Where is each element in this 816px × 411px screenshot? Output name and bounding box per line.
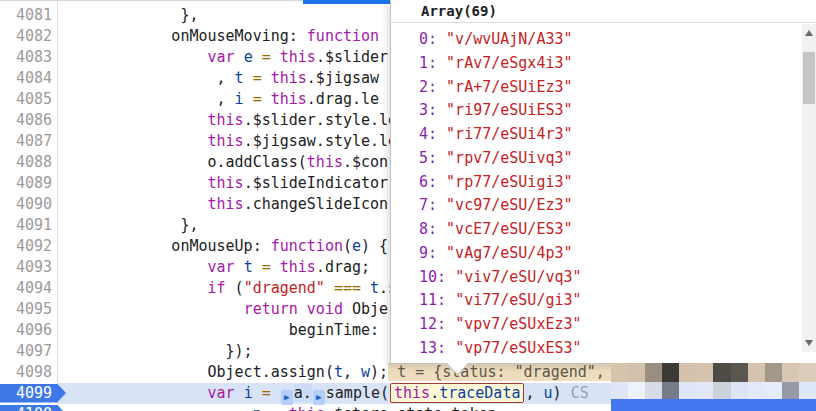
code-line[interactable]: return void Obje xyxy=(0,299,388,320)
line-number[interactable]: 4092 xyxy=(2,236,52,257)
line-number[interactable]: 4086 xyxy=(2,110,52,131)
array-value: "vc97/eSU/Ez3" xyxy=(446,196,572,214)
code-token: === xyxy=(325,279,370,297)
code-line[interactable]: o.addClass(this.$con xyxy=(0,152,388,173)
array-item: 12: "vpv7/eSUxEz3" xyxy=(419,312,582,336)
array-value: "vAg7/eSU/4p3" xyxy=(446,244,572,262)
code-line[interactable]: , n = this.$store.state.token xyxy=(0,404,497,411)
code-token: this xyxy=(208,195,244,213)
code-token: this xyxy=(289,405,325,411)
line-number[interactable]: 4084 xyxy=(2,68,52,89)
mosaic-block xyxy=(645,363,662,382)
code-token: Object.assign( xyxy=(63,363,334,381)
code-token: onMouseUp: xyxy=(63,237,271,255)
line-number[interactable]: 4083 xyxy=(2,47,52,68)
code-token xyxy=(63,195,208,213)
mosaic-block xyxy=(628,382,645,399)
mosaic-block xyxy=(611,363,628,382)
line-number[interactable]: 4090 xyxy=(2,194,52,215)
array-value: "v/wvUAjN/A33" xyxy=(446,30,572,48)
inline-breakpoint-marker[interactable]: ▶ xyxy=(313,390,325,405)
code-token xyxy=(63,111,208,129)
code-line[interactable]: var e = this.$slider xyxy=(0,47,388,68)
line-number[interactable]: 4082 xyxy=(2,26,52,47)
code-token: ) { xyxy=(361,237,388,255)
code-token xyxy=(63,174,208,192)
breakpoint-line-number[interactable]: 4100 xyxy=(0,405,66,411)
code-token: this xyxy=(280,48,316,66)
mosaic-block xyxy=(679,382,696,399)
line-number[interactable]: 4091 xyxy=(2,215,52,236)
mosaic-block xyxy=(782,363,799,382)
line-number[interactable]: 4088 xyxy=(2,152,52,173)
code-token: t xyxy=(334,363,343,381)
line-number[interactable]: 4093 xyxy=(2,257,52,278)
array-value: "rA+7/eSUiEz3" xyxy=(446,78,572,96)
code-line[interactable]: this.$jigsaw.style.le xyxy=(0,131,397,152)
code-token: if xyxy=(208,279,226,297)
code-token: var xyxy=(208,384,235,402)
code-token: = xyxy=(253,384,280,402)
code-token: ( xyxy=(226,279,244,297)
code-line[interactable]: this.$slideIndicator xyxy=(0,173,388,194)
array-index: 0: xyxy=(419,30,446,48)
line-number[interactable]: 4081 xyxy=(2,5,52,26)
code-token: .$slideIndicator xyxy=(244,174,389,192)
mosaic-block xyxy=(713,382,730,399)
code-line[interactable]: onMouseUp: function(e) { xyxy=(0,236,388,257)
line-gutter[interactable]: 4081408240834084408540864087408840894090… xyxy=(0,0,58,411)
code-token: ); xyxy=(370,363,388,381)
code-token: this xyxy=(208,132,244,150)
inline-breakpoint-marker[interactable]: ▶ xyxy=(281,390,293,405)
line-number[interactable]: 4096 xyxy=(2,320,52,341)
array-index: 9: xyxy=(419,244,446,262)
line-number[interactable]: 4087 xyxy=(2,131,52,152)
hovered-expression[interactable]: this.traceData xyxy=(390,383,524,403)
line-number[interactable]: 4098 xyxy=(2,362,52,383)
code-token: return xyxy=(244,300,298,318)
line-number[interactable]: 4085 xyxy=(2,89,52,110)
code-token: . xyxy=(430,384,439,402)
code-token: ) xyxy=(553,384,571,402)
code-token: u xyxy=(544,384,553,402)
code-token: t xyxy=(244,258,253,276)
code-token: var xyxy=(208,48,235,66)
code-line[interactable]: this.changeSlideIcon xyxy=(0,194,388,215)
code-line[interactable]: var i = ▶a.▶sample(this.traceData, u) CS xyxy=(0,383,589,404)
array-item: 4: "ri77/eSUi4r3" xyxy=(419,122,573,146)
mosaic-block xyxy=(645,382,662,399)
popup-scrollbar[interactable] xyxy=(802,24,816,352)
line-number[interactable]: 4089 xyxy=(2,173,52,194)
line-number[interactable]: 4094 xyxy=(2,278,52,299)
code-token: this xyxy=(208,111,244,129)
object-preview-popup: Array(69) 0: "v/wvUAjN/A33"1: "rAv7/eSgx… xyxy=(390,0,816,364)
line-number[interactable]: 4097 xyxy=(2,341,52,362)
array-index: 3: xyxy=(419,101,446,119)
code-token xyxy=(63,279,208,297)
code-line[interactable]: this.$slider.style.le xyxy=(0,110,397,131)
code-token: , xyxy=(343,363,361,381)
scrollbar-thumb[interactable] xyxy=(803,52,815,104)
code-token: = xyxy=(253,258,280,276)
code-token: traceData xyxy=(439,384,520,402)
mosaic-block xyxy=(696,382,713,399)
code-token: = xyxy=(262,405,289,411)
code-token xyxy=(63,384,208,402)
array-index: 5: xyxy=(419,149,446,167)
code-token: t = {status: "dragend", st xyxy=(388,363,632,381)
code-token: .$con xyxy=(343,153,388,171)
code-line[interactable]: Object.assign(t, w); t = {status: "drage… xyxy=(0,362,632,383)
code-line[interactable]: if ("dragend" === t.s xyxy=(0,278,397,299)
code-token: .$jigsaw xyxy=(307,69,379,87)
scroll-down-icon[interactable] xyxy=(805,340,813,346)
code-token: this xyxy=(271,90,307,108)
breakpoint-line-number[interactable]: 4099 xyxy=(0,384,66,403)
mosaic-block xyxy=(628,363,645,382)
code-token: .drag.le xyxy=(307,90,379,108)
code-line[interactable]: beginTime: xyxy=(0,320,388,341)
code-token xyxy=(63,132,208,150)
array-value: "ri77/eSUi4r3" xyxy=(446,125,572,143)
scroll-up-icon[interactable] xyxy=(805,30,813,36)
line-number[interactable]: 4095 xyxy=(2,299,52,320)
array-index: 10: xyxy=(419,268,455,286)
